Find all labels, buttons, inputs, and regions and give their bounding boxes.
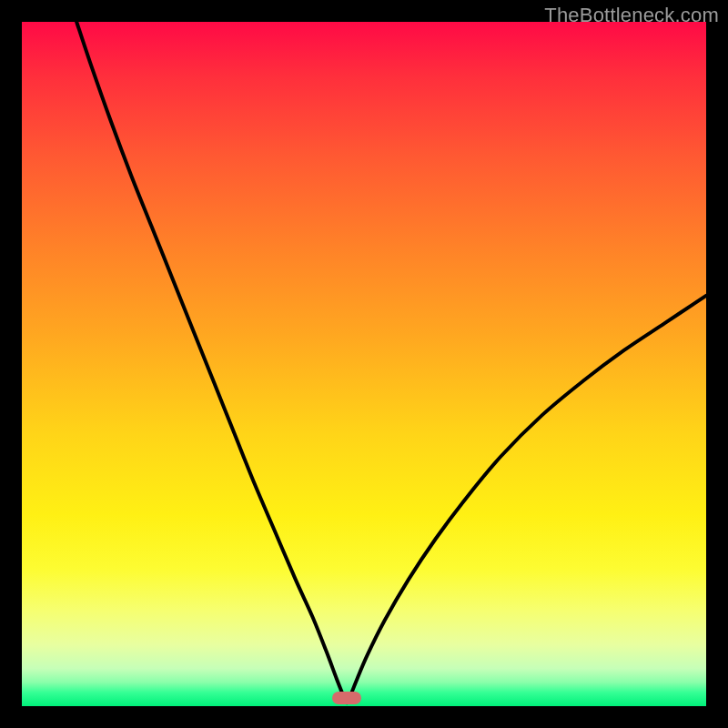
plot-area (22, 22, 706, 706)
bottleneck-min-marker (332, 692, 361, 704)
chart-frame: TheBottleneck.com (0, 0, 728, 728)
bottleneck-curve (22, 22, 706, 706)
source-credit: TheBottleneck.com (544, 4, 719, 27)
curve-path (76, 22, 706, 703)
